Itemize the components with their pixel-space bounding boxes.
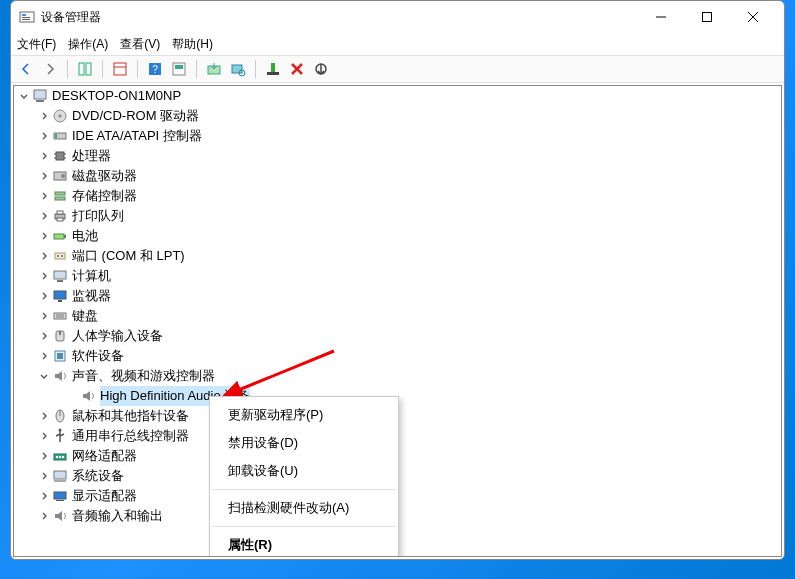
expand-chevron-icon[interactable] bbox=[38, 110, 50, 122]
tree-category[interactable]: 监视器 bbox=[14, 286, 781, 306]
expand-chevron-icon[interactable] bbox=[38, 210, 50, 222]
expand-chevron-icon[interactable] bbox=[38, 250, 50, 262]
toolbar-icon-1[interactable] bbox=[168, 58, 190, 80]
device-manager-window: 设备管理器 文件(F) 操作(A) 查看(V) 帮助(H) ? DESKTOP-… bbox=[10, 0, 785, 560]
nav-forward-button[interactable] bbox=[39, 58, 61, 80]
device-tree[interactable]: DESKTOP-ON1M0NPDVD/CD-ROM 驱动器IDE ATA/ATA… bbox=[13, 85, 782, 557]
storage-icon bbox=[52, 188, 68, 204]
expand-chevron-icon[interactable] bbox=[38, 510, 50, 522]
maximize-button[interactable] bbox=[684, 2, 730, 32]
tree-category-label: 磁盘驱动器 bbox=[72, 166, 137, 186]
tree-category[interactable]: 处理器 bbox=[14, 146, 781, 166]
svg-point-45 bbox=[57, 255, 59, 257]
properties-button[interactable] bbox=[109, 58, 131, 80]
menu-action[interactable]: 操作(A) bbox=[68, 36, 108, 53]
port-icon bbox=[52, 248, 68, 264]
scan-hardware-button[interactable] bbox=[227, 58, 249, 80]
tree-category[interactable]: 人体学输入设备 bbox=[14, 326, 781, 346]
printer-icon bbox=[52, 208, 68, 224]
tree-category-label: 键盘 bbox=[72, 306, 98, 326]
expand-chevron-icon[interactable] bbox=[18, 90, 30, 102]
tree-category-label: 处理器 bbox=[72, 146, 111, 166]
ctx-update-driver[interactable]: 更新驱动程序(P) bbox=[210, 401, 398, 429]
expand-chevron-icon[interactable] bbox=[38, 410, 50, 422]
tree-category[interactable]: 声音、视频和游戏控制器 bbox=[14, 366, 781, 386]
ctx-properties[interactable]: 属性(R) bbox=[210, 531, 398, 557]
tree-category[interactable]: 存储控制器 bbox=[14, 186, 781, 206]
tree-category[interactable]: 软件设备 bbox=[14, 346, 781, 366]
svg-rect-51 bbox=[54, 313, 66, 319]
svg-rect-25 bbox=[36, 100, 44, 102]
close-button[interactable] bbox=[730, 2, 776, 32]
disable-device-button[interactable] bbox=[310, 58, 332, 80]
software-icon bbox=[52, 348, 68, 364]
audio-icon bbox=[80, 388, 96, 404]
tree-category-label: 存储控制器 bbox=[72, 186, 137, 206]
tree-category[interactable]: 磁盘驱动器 bbox=[14, 166, 781, 186]
expand-chevron-icon[interactable] bbox=[38, 230, 50, 242]
tree-category-label: DVD/CD-ROM 驱动器 bbox=[72, 106, 199, 126]
tree-category-label: 人体学输入设备 bbox=[72, 326, 163, 346]
minimize-button[interactable] bbox=[638, 2, 684, 32]
tree-category[interactable]: 端口 (COM 和 LPT) bbox=[14, 246, 781, 266]
expand-chevron-icon[interactable] bbox=[38, 330, 50, 342]
ide-icon bbox=[52, 128, 68, 144]
expand-chevron-icon[interactable] bbox=[38, 150, 50, 162]
svg-rect-66 bbox=[54, 480, 66, 482]
svg-rect-9 bbox=[86, 63, 91, 75]
menu-help[interactable]: 帮助(H) bbox=[172, 36, 213, 53]
tree-category[interactable]: 打印队列 bbox=[14, 206, 781, 226]
ctx-scan-hardware[interactable]: 扫描检测硬件改动(A) bbox=[210, 494, 398, 522]
uninstall-device-button[interactable] bbox=[286, 58, 308, 80]
toolbar: ? bbox=[11, 55, 784, 83]
tree-category[interactable]: DVD/CD-ROM 驱动器 bbox=[14, 106, 781, 126]
tree-root[interactable]: DESKTOP-ON1M0NP bbox=[14, 86, 781, 106]
ctx-separator bbox=[212, 489, 396, 490]
svg-rect-10 bbox=[114, 63, 126, 75]
tree-category[interactable]: 计算机 bbox=[14, 266, 781, 286]
ctx-uninstall-device[interactable]: 卸载设备(U) bbox=[210, 457, 398, 485]
expand-chevron-icon[interactable] bbox=[38, 130, 50, 142]
svg-rect-47 bbox=[54, 271, 66, 279]
tree-category[interactable]: 键盘 bbox=[14, 306, 781, 326]
menu-file[interactable]: 文件(F) bbox=[17, 36, 56, 53]
svg-rect-37 bbox=[55, 192, 65, 195]
tree-category[interactable]: IDE ATA/ATAPI 控制器 bbox=[14, 126, 781, 146]
expand-chevron-icon[interactable] bbox=[38, 350, 50, 362]
expand-chevron-icon[interactable] bbox=[38, 270, 50, 282]
expand-chevron-icon[interactable] bbox=[38, 450, 50, 462]
tree-category-label: IDE ATA/ATAPI 控制器 bbox=[72, 126, 202, 146]
display-icon bbox=[52, 488, 68, 504]
svg-rect-5 bbox=[703, 13, 712, 22]
svg-rect-15 bbox=[175, 65, 183, 69]
disc-icon bbox=[52, 108, 68, 124]
app-icon bbox=[19, 9, 35, 25]
expand-chevron-icon[interactable] bbox=[38, 290, 50, 302]
update-driver-button[interactable] bbox=[203, 58, 225, 80]
tree-category[interactable]: 电池 bbox=[14, 226, 781, 246]
expand-chevron-icon[interactable] bbox=[38, 190, 50, 202]
svg-rect-2 bbox=[22, 17, 30, 18]
ctx-disable-device[interactable]: 禁用设备(D) bbox=[210, 429, 398, 457]
tree-category-label: 通用串行总线控制器 bbox=[72, 426, 189, 446]
nav-back-button[interactable] bbox=[15, 58, 37, 80]
tree-category-label: 网络适配器 bbox=[72, 446, 137, 466]
svg-rect-63 bbox=[59, 456, 61, 458]
tree-category-label: 打印队列 bbox=[72, 206, 124, 226]
svg-point-27 bbox=[59, 115, 62, 118]
expand-chevron-icon[interactable] bbox=[38, 170, 50, 182]
tree-category-label: 端口 (COM 和 LPT) bbox=[72, 246, 185, 266]
cpu-icon bbox=[52, 148, 68, 164]
expand-chevron-icon[interactable] bbox=[38, 490, 50, 502]
enable-device-button[interactable] bbox=[262, 58, 284, 80]
help-button[interactable]: ? bbox=[144, 58, 166, 80]
expand-chevron-icon[interactable] bbox=[38, 470, 50, 482]
svg-rect-50 bbox=[58, 300, 62, 302]
show-hide-tree-button[interactable] bbox=[74, 58, 96, 80]
hid-icon bbox=[52, 328, 68, 344]
expand-chevron-icon[interactable] bbox=[38, 370, 50, 382]
menu-view[interactable]: 查看(V) bbox=[120, 36, 160, 53]
expand-chevron-icon[interactable] bbox=[38, 430, 50, 442]
expand-chevron-icon[interactable] bbox=[38, 310, 50, 322]
svg-rect-41 bbox=[57, 218, 63, 221]
